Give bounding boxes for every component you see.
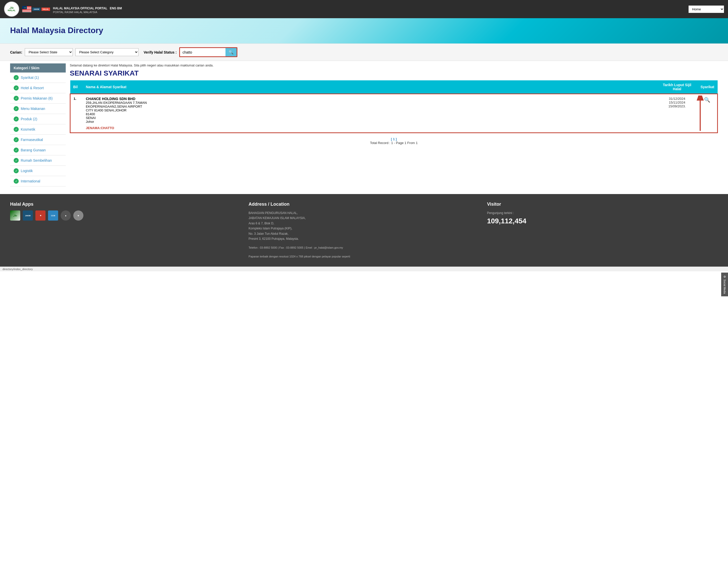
portal-title: HALAL MALAYSIA OFFICIAL PORTAL ENG BM PO… [53,5,686,14]
search-input[interactable] [180,49,225,56]
footer-grid: Halal Apps حلال JAKIM ◆ CCM ● ♥ [10,202,718,259]
date-3: 15/09/2023. [660,104,694,108]
footer-visitor-title: Visitor [487,202,718,207]
table-header-row: Bil Nama & Alamat Syarikat Tarikh Luput … [70,80,718,94]
cell-dates: 31/12/2024 15/11/2024 15/09/2023. [657,94,697,133]
check-icon: ✓ [14,85,19,91]
date-2: 15/11/2024 [660,101,694,104]
sidebar-item-farmaseutikal[interactable]: ✓ Farmaseutikal [10,135,66,145]
address-line2: EKOPERNIAGAAN2,SENAI AIRPORT [86,105,654,108]
page-link[interactable]: [ 1 ] [391,137,397,141]
company-name: CHANCE HOLDING SDN BHD [86,97,654,101]
malaysia-flag: ☽★ [22,6,31,12]
visitor-label: Pengunjung terkini : [487,211,718,216]
address-line1: 259,JALAN EKOPERNIAGAAN 7,TAMAN [86,101,654,105]
th-syarikat: Syarikat [697,80,718,94]
footer-logos: حلال JAKIM ◆ CCM ● ♥ [10,211,241,221]
footer-contact: Telefon : 03-8892 5000 | Fax : 03-8892 5… [248,245,479,250]
th-nama: Nama & Alamat Syarikat [83,80,657,94]
check-icon: ✓ [14,96,19,101]
app-logo-4: CCM [48,211,58,221]
check-icon: ✓ [14,106,19,111]
sidebar-header: Kategori / Skim [10,63,66,73]
halal-cert-logo: HALAL [41,8,50,11]
sidebar-item-barang[interactable]: ✓ Barang Gunaan [10,145,66,155]
cell-company: CHANCE HOLDING SDN BHD 259,JALAN EKOPERN… [83,94,657,133]
address-line4: 81400 [86,112,654,116]
brand-line: JENAMA:CHATTO [86,126,654,130]
welcome-text: Selamat datang ke direktori Halal Malays… [70,63,718,67]
jakim-logo: JAKIM [32,8,40,11]
verify-label: Verify Halal Status : [144,50,177,54]
app-logo-1: حلال [10,211,20,221]
pagination: [ 1 ] Total Record : 1 - Page 1 From 1 [70,137,718,145]
search-button[interactable]: 🔍 [225,48,237,56]
lang-nav: Home About Services Contact [689,6,724,13]
cell-bil: 1. [70,94,83,133]
table-wrapper: Bil Nama & Alamat Syarikat Tarikh Luput … [70,80,718,133]
check-icon: ✓ [14,117,19,122]
brand-prefix: JENAMA: [86,126,101,130]
th-bil: Bil [70,80,83,94]
sidebar-item-syarikat[interactable]: ✓ Syarikat (1) [10,73,66,83]
check-icon: ✓ [14,158,19,163]
carian-label: Carian: [10,50,22,54]
footer-address-text: BAHAGIAN PENGURUSAN HALAL, JABATAN KEMAJ… [248,211,479,241]
check-icon: ✓ [14,75,19,80]
search-bar: Carian: Please Select State Johor Kedah … [0,43,728,61]
check-icon: ✓ [14,137,19,142]
app-logo-3: ◆ [35,211,45,221]
check-icon: ✓ [14,179,19,184]
sidebar: Kategori / Skim ✓ Syarikat (1) ✓ Hotel &… [10,63,66,187]
address-line6: Johor [86,120,654,124]
sidebar-item-produk[interactable]: ✓ Produk (2) [10,114,66,124]
status-url: directory/index_directory [3,268,33,271]
banner-title: Halal Malaysia Directory [10,26,718,35]
flag-icons: ☽★ JAKIM HALAL [22,6,50,12]
page-indicator: [ 1 ] [70,137,718,141]
check-icon: ✓ [14,148,19,153]
footer: Halal Apps حلال JAKIM ◆ CCM ● ♥ [0,194,728,267]
app-logo-2: JAKIM [23,211,33,221]
halal-logo: حلالHALAL [4,2,19,17]
search-input-wrap: 🔍 [179,47,237,57]
sidebar-item-rumah[interactable]: ✓ Rumah Sembelihan [10,155,66,166]
status-bar: directory/index_directory [0,267,728,272]
check-icon: ✓ [14,127,19,132]
view-detail-button[interactable]: 🔍 [704,97,710,103]
address-line3: CITY 81400 SENAI,JOHOR [86,108,654,112]
sidebar-item-menu[interactable]: ✓ Menu Makanan [10,104,66,114]
address-line5: SENAI [86,116,654,120]
sidebar-item-premis[interactable]: ✓ Premis Makanan (6) [10,93,66,104]
footer-display-info: Paparan terbaik dengan resolusi 1024 x 7… [248,254,479,259]
directory-content: Selamat datang ke direktori Halal Malays… [70,63,718,187]
sidebar-item-hotel[interactable]: ✓ Hotel & Resort [10,83,66,93]
check-icon: ✓ [14,168,19,173]
sidebar-item-international[interactable]: ✓ International [10,176,66,187]
senarai-title: SENARAI SYARIKAT [70,69,718,77]
main-content: Kategori / Skim ✓ Syarikat (1) ✓ Hotel &… [0,61,728,189]
cell-action: 🔍 [697,94,718,133]
brand-name: CHATTO [101,126,114,130]
footer-apps: Halal Apps حلال JAKIM ◆ CCM ● ♥ [10,202,241,259]
total-record: Total Record : 1 - Page 1 From 1 [70,141,718,145]
app-logo-5: ● [61,211,71,221]
state-select[interactable]: Please Select State Johor Kedah Kelantan… [25,48,73,56]
result-table: Bil Nama & Alamat Syarikat Tarikh Luput … [70,80,718,133]
visitor-count: 109,112,454 [487,217,718,225]
footer-apps-title: Halal Apps [10,202,241,207]
banner-area: Halal Malaysia Directory [0,18,728,43]
table-row: 1. CHANCE HOLDING SDN BHD 259,JALAN EKOP… [70,94,718,133]
footer-address-title: Address / Location [248,202,479,207]
nav-dropdown[interactable]: Home About Services Contact [689,6,724,13]
app-logo-6: ♥ [73,211,83,221]
category-select[interactable]: Please Select Category Syarikat Hotel & … [75,48,139,56]
sidebar-item-logistik[interactable]: ✓ Logistik [10,166,66,176]
footer-address: Address / Location BAHAGIAN PENGURUSAN H… [248,202,479,259]
th-tarikh: Tarikh Luput Sijil Halal [657,80,697,94]
date-1: 31/12/2024 [660,97,694,101]
top-header: حلالHALAL ☽★ JAKIM HALAL HALAL MALAYSIA … [0,0,728,18]
sidebar-item-kosmetik[interactable]: ✓ Kosmetik [10,124,66,135]
footer-visitor: Visitor Pengunjung terkini : 109,112,454 [487,202,718,259]
